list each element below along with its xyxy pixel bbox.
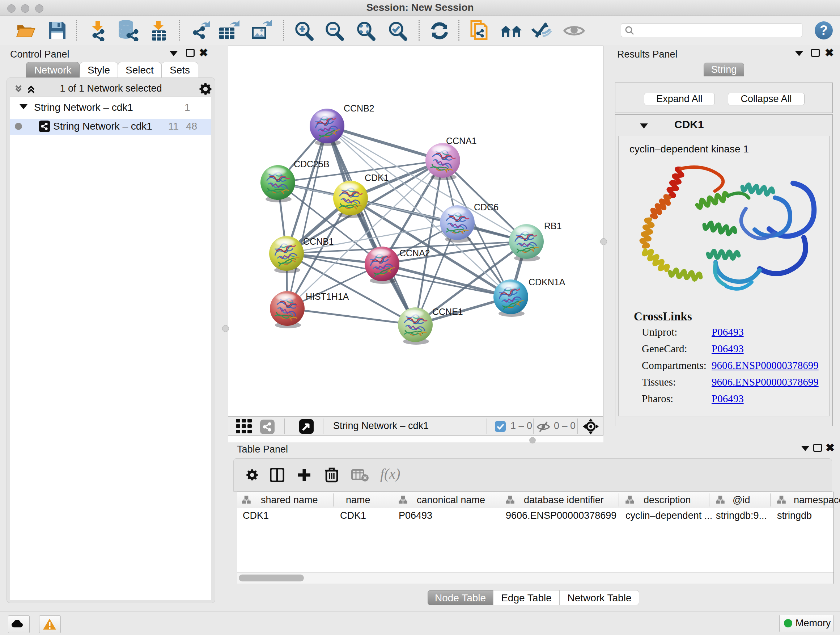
svg-text:CCNA2: CCNA2 xyxy=(399,248,430,258)
svg-text:CDC6: CDC6 xyxy=(474,202,499,212)
svg-text:CCNA1: CCNA1 xyxy=(446,136,477,146)
svg-text:CCNB2: CCNB2 xyxy=(344,103,374,113)
svg-text:HIST1H1A: HIST1H1A xyxy=(306,291,349,302)
svg-text:CCNE1: CCNE1 xyxy=(432,307,463,317)
svg-text:RB1: RB1 xyxy=(544,221,562,231)
svg-text:CDKN1A: CDKN1A xyxy=(529,277,565,287)
svg-text:CCNB1: CCNB1 xyxy=(303,236,334,247)
svg-text:CDK1: CDK1 xyxy=(365,173,389,183)
svg-text:CDC25B: CDC25B xyxy=(294,159,330,169)
